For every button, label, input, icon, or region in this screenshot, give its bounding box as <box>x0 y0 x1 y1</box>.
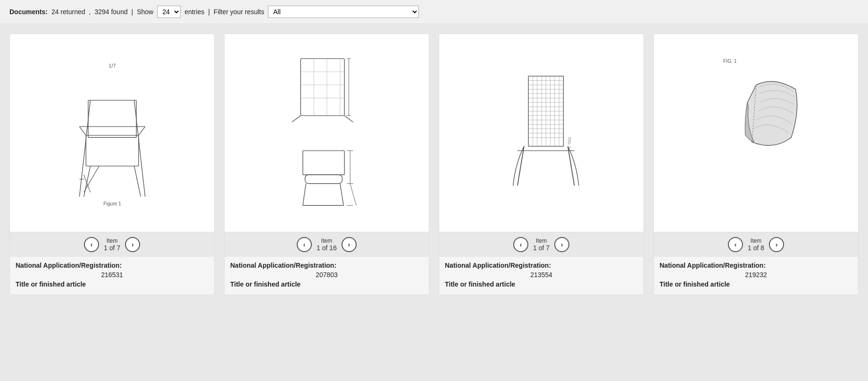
svg-line-8 <box>79 127 86 135</box>
filter-label: Filter your results <box>214 8 264 16</box>
card-2: ‹ Item 1 of 16 › National Application/Re… <box>224 34 429 295</box>
svg-line-59 <box>517 146 524 186</box>
card-2-image <box>225 34 429 232</box>
card-1-title: National Application/Registration: <box>16 262 209 269</box>
card-4: FIG. 1 ‹ Item 1 of 8 <box>653 34 859 295</box>
card-4-nav: ‹ Item 1 of 8 › <box>654 232 858 257</box>
documents-label: Documents: <box>9 8 48 16</box>
card-1: 1/7 <box>9 34 215 295</box>
card-1-item-label: Item 1 of 7 <box>104 237 120 252</box>
svg-line-60 <box>568 146 574 186</box>
card-2-subtitle: Title or finished article <box>230 280 423 288</box>
card-3-svg: FIG. 1 <box>480 48 603 218</box>
card-1-image: 1/7 <box>10 34 214 232</box>
card-3-next-button[interactable]: › <box>554 237 569 252</box>
card-4-info: National Application/Registration: 21923… <box>654 257 858 295</box>
card-3-prev-button[interactable]: ‹ <box>513 237 528 252</box>
card-3-nav: ‹ Item 1 of 7 › <box>439 232 643 257</box>
found-count: 3294 found <box>94 8 127 16</box>
separator-1: , <box>89 8 91 16</box>
svg-text:Figure 1: Figure 1 <box>103 201 121 206</box>
show-label: Show <box>137 8 153 16</box>
card-2-title: National Application/Registration: <box>230 262 423 269</box>
separator-2: | <box>131 8 133 16</box>
cards-grid: 1/7 <box>0 24 868 305</box>
svg-line-9 <box>138 127 145 135</box>
card-4-item-label: Item 1 of 8 <box>748 237 764 252</box>
svg-rect-27 <box>305 175 342 184</box>
card-1-subtitle: Title or finished article <box>16 280 209 288</box>
card-2-nav: ‹ Item 1 of 16 › <box>225 232 429 257</box>
svg-text:FIG. 1: FIG. 1 <box>723 59 737 64</box>
card-1-svg: 1/7 <box>51 53 174 213</box>
returned-count: 24 returned <box>51 8 85 16</box>
card-2-item-label: Item 1 of 16 <box>317 237 337 252</box>
card-3-title: National Application/Registration: <box>445 262 638 269</box>
svg-line-12 <box>83 175 90 192</box>
card-2-info: National Application/Registration: 20780… <box>225 257 429 295</box>
svg-rect-26 <box>302 151 344 175</box>
svg-line-11 <box>83 166 99 192</box>
card-3-reg: 213554 <box>445 271 638 279</box>
filter-select[interactable]: All <box>268 6 419 18</box>
card-4-svg: FIG. 1 <box>695 48 818 218</box>
card-1-info: National Application/Registration: 21653… <box>10 257 214 295</box>
card-3-item-label: Item 1 of 7 <box>533 237 550 252</box>
svg-line-4 <box>134 166 141 196</box>
svg-rect-14 <box>300 59 344 116</box>
svg-line-35 <box>350 183 356 205</box>
card-2-prev-button[interactable]: ‹ <box>297 237 312 252</box>
card-4-next-button[interactable]: › <box>769 237 784 252</box>
card-4-reg: 219232 <box>659 271 852 279</box>
svg-rect-1 <box>86 135 138 166</box>
card-3: FIG. 1 <box>439 34 644 295</box>
separator-3: | <box>208 8 210 16</box>
svg-line-3 <box>83 166 90 196</box>
card-4-title: National Application/Registration: <box>659 262 852 269</box>
card-3-info: National Application/Registration: 21355… <box>439 257 643 295</box>
top-bar: Documents: 24 returned , 3294 found | Sh… <box>0 0 868 24</box>
card-3-image: FIG. 1 <box>439 34 643 232</box>
svg-text:1/7: 1/7 <box>108 62 116 68</box>
entries-label: entries <box>184 8 204 16</box>
svg-line-6 <box>134 100 145 196</box>
svg-rect-2 <box>88 100 136 137</box>
card-4-subtitle: Title or finished article <box>659 280 852 288</box>
svg-line-5 <box>79 100 90 196</box>
card-1-next-button[interactable]: › <box>125 237 140 252</box>
svg-line-28 <box>302 183 306 205</box>
show-select[interactable]: 24 48 96 <box>157 6 181 18</box>
svg-line-24 <box>292 115 300 122</box>
card-3-subtitle: Title or finished article <box>445 280 638 288</box>
card-4-prev-button[interactable]: ‹ <box>728 237 743 252</box>
card-1-prev-button[interactable]: ‹ <box>84 237 99 252</box>
card-4-image: FIG. 1 <box>654 34 858 232</box>
svg-line-25 <box>344 115 353 122</box>
card-2-svg <box>266 48 388 218</box>
svg-line-29 <box>340 183 343 205</box>
card-2-next-button[interactable]: › <box>342 237 357 252</box>
card-1-nav: ‹ Item 1 of 7 › <box>10 232 214 257</box>
card-1-reg: 216531 <box>16 271 209 279</box>
card-2-reg: 207803 <box>230 271 423 279</box>
